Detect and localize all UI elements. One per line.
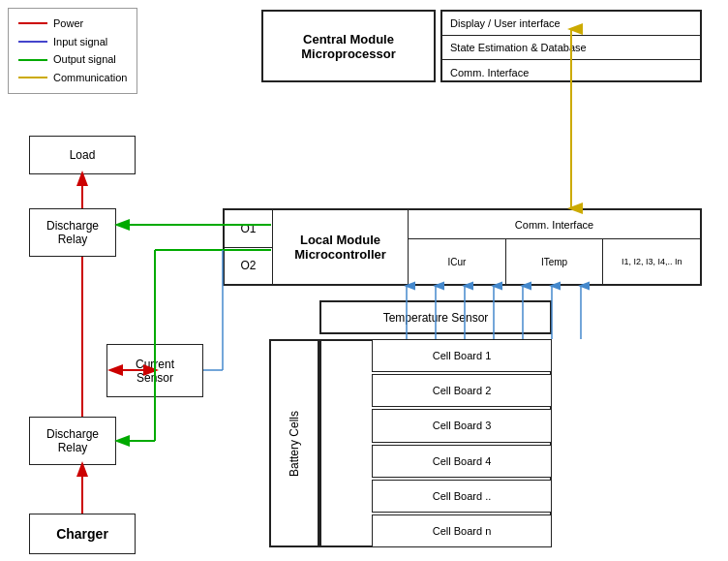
power-line-icon bbox=[18, 22, 47, 24]
comm-interface-panel: Comm. Interface bbox=[442, 60, 700, 84]
load-box: Load bbox=[29, 136, 136, 174]
charger-box: Charger bbox=[29, 514, 136, 554]
discharge-relay-1: DischargeRelay bbox=[29, 208, 116, 257]
comm-col-itemp: ITemp bbox=[506, 239, 604, 284]
display-panel: Display / User interface bbox=[442, 12, 700, 36]
legend-input-label: Input signal bbox=[53, 33, 107, 51]
cell-board-n: Cell Board n bbox=[372, 514, 552, 547]
legend-output: Output signal bbox=[18, 50, 127, 69]
cell-board-2: Cell Board 2 bbox=[372, 374, 552, 407]
legend: Power Input signal Output signal Communi… bbox=[8, 8, 137, 94]
state-estimation-panel: State Estimation & Database bbox=[442, 36, 700, 60]
comm-col-icur: ICur bbox=[409, 239, 506, 284]
comm-line-icon bbox=[18, 77, 47, 78]
comm-col-i-list: I1, I2, I3, I4,.. In bbox=[603, 239, 700, 284]
central-module: Central ModuleMicroprocessor bbox=[261, 10, 436, 82]
temp-sensor: Temperature Sensor bbox=[319, 300, 552, 334]
central-module-title: Central ModuleMicroprocessor bbox=[301, 32, 396, 61]
input-line-icon bbox=[18, 41, 47, 43]
current-sensor: CurrentSensor bbox=[106, 344, 203, 397]
legend-comm: Communication bbox=[18, 69, 127, 87]
legend-comm-label: Communication bbox=[53, 69, 127, 87]
output-o2: O2 bbox=[225, 248, 272, 285]
local-outputs: O1 O2 bbox=[225, 210, 273, 284]
legend-input: Input signal bbox=[18, 33, 127, 51]
legend-power-label: Power bbox=[53, 15, 83, 33]
battery-label: Battery Cells bbox=[269, 339, 319, 547]
discharge-relay-2: DischargeRelay bbox=[29, 417, 116, 465]
output-line-icon bbox=[18, 59, 47, 61]
diagram-container: Power Input signal Output signal Communi… bbox=[0, 0, 728, 561]
local-comm: Comm. Interface ICur ITemp I1, I2, I3, I… bbox=[409, 210, 700, 284]
cell-board-dots: Cell Board .. bbox=[372, 480, 552, 513]
local-comm-cols: ICur ITemp I1, I2, I3, I4,.. In bbox=[409, 239, 700, 284]
legend-output-label: Output signal bbox=[53, 50, 116, 69]
cell-boards: Cell Board 1 Cell Board 2 Cell Board 3 C… bbox=[372, 339, 552, 547]
local-module: O1 O2 Local ModuleMicrocontroller Comm. … bbox=[223, 208, 702, 286]
local-comm-title: Comm. Interface bbox=[409, 210, 700, 239]
central-module-right: Display / User interface State Estimatio… bbox=[440, 10, 702, 82]
cell-board-4: Cell Board 4 bbox=[372, 445, 552, 478]
local-module-main: Local ModuleMicrocontroller bbox=[273, 210, 409, 284]
legend-power: Power bbox=[18, 15, 127, 33]
cell-board-3: Cell Board 3 bbox=[372, 409, 552, 442]
output-o1: O1 bbox=[225, 210, 272, 248]
cell-board-1: Cell Board 1 bbox=[372, 339, 552, 372]
